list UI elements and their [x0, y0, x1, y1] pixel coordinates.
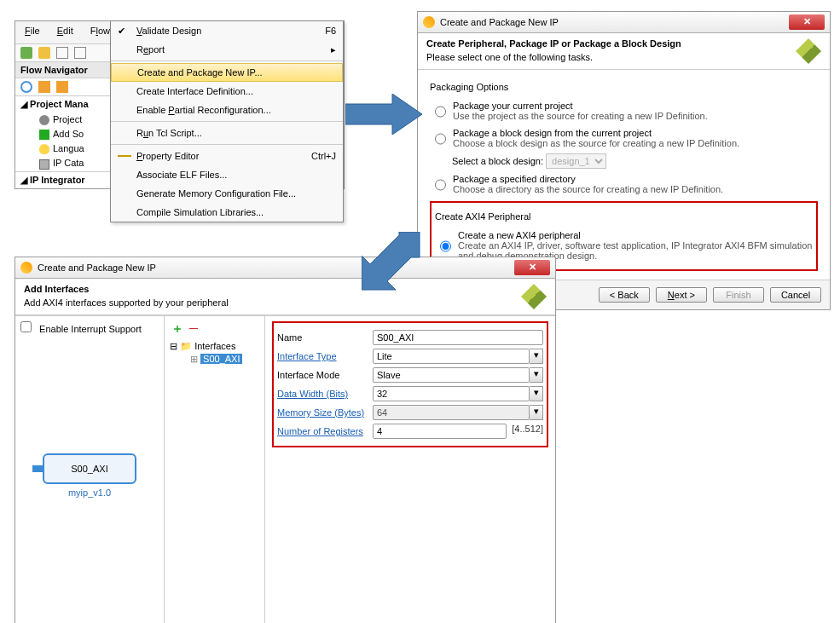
redo-icon[interactable]: [74, 47, 86, 59]
menu-gen-memcfg[interactable]: Generate Memory Configuration File...: [111, 184, 343, 203]
ip-block-diagram: S00_AXI myip_v1.0: [43, 453, 136, 498]
radio-package-dir[interactable]: [435, 176, 446, 194]
opt-package-dir[interactable]: Package a specified directoryChoose a di…: [430, 170, 818, 198]
opt-package-block[interactable]: Package a block design from the current …: [430, 124, 818, 152]
chip-icon: [39, 159, 49, 170]
wizard-heading: Add Interfaces: [24, 284, 521, 294]
axi-port-icon: [32, 465, 44, 472]
wizard-header: Create Peripheral, Package IP or Package…: [418, 33, 830, 70]
row-name: Name: [277, 330, 543, 345]
close-button[interactable]: ✕: [514, 260, 550, 275]
enable-interrupt-row[interactable]: Enable Interrupt Support: [20, 321, 159, 334]
finish-button: Finish: [713, 287, 764, 303]
svg-marker-0: [345, 94, 422, 135]
data-width-select[interactable]: [373, 386, 530, 401]
separator: [111, 61, 343, 61]
ip-block[interactable]: S00_AXI: [43, 453, 136, 484]
ip-block-caption: myip_v1.0: [43, 487, 136, 498]
open-icon[interactable]: [38, 47, 50, 59]
interface-type-select[interactable]: [373, 349, 530, 364]
row-num-registers: Number of Registers [4..512]: [277, 424, 543, 439]
tree-interface-s00[interactable]: ⊞ S00_AXI: [170, 353, 259, 366]
collapse-icon[interactable]: [56, 81, 68, 93]
check-icon: ✔: [118, 26, 131, 37]
xilinx-logo-icon: [521, 284, 547, 309]
memory-size-link[interactable]: Memory Size (Bytes): [277, 407, 373, 418]
num-registers-input[interactable]: [373, 424, 507, 439]
block-design-select: design_1: [546, 153, 606, 169]
interface-type-link[interactable]: Interface Type: [277, 351, 373, 361]
packaging-options-label: Packaging Options: [430, 82, 818, 92]
next-button[interactable]: Next >: [656, 287, 707, 303]
menu-partial-reconfig[interactable]: Enable Partial Reconfiguration...: [111, 101, 343, 119]
titlebar: Create and Package New IP ✕: [15, 257, 555, 279]
run-icon[interactable]: [20, 47, 32, 59]
menu-run-tcl[interactable]: Run Tcl Script...: [111, 124, 343, 142]
pencil-icon: [118, 155, 131, 157]
radio-package-current[interactable]: [435, 102, 446, 121]
window-title: Create and Package New IP: [38, 262, 156, 273]
row-memory-size: Memory Size (Bytes) ▾: [277, 405, 543, 420]
remove-interface-button[interactable]: ─: [189, 321, 198, 335]
wizard-subheading: Add AXI4 interfaces supported by your pe…: [24, 297, 521, 308]
interfaces-panel: ＋ ─ ⊟ 📁 Interfaces ⊞ S00_AXI: [165, 316, 265, 623]
name-input[interactable]: [373, 330, 543, 345]
undo-icon[interactable]: [56, 47, 68, 59]
select-block-row: Select a block design: design_1: [452, 152, 818, 170]
interfaces-toolbar: ＋ ─: [168, 320, 261, 337]
tree-root[interactable]: ⊟ 📁 Interfaces: [170, 340, 259, 353]
wizard-heading: Create Peripheral, Package IP or Package…: [426, 38, 796, 49]
interface-mode-select[interactable]: [373, 367, 530, 383]
chevron-down-icon[interactable]: ▾: [530, 386, 543, 401]
menu-validate-design[interactable]: ✔Validate DesignF6: [111, 21, 343, 40]
menu-compile-simlib[interactable]: Compile Simulation Libraries...: [111, 203, 343, 222]
gear-icon: [39, 115, 49, 125]
menu-associate-elf[interactable]: Associate ELF Files...: [111, 165, 343, 184]
arrow-down-left-icon: [362, 232, 421, 291]
memory-size-select: [373, 405, 530, 420]
opt-package-current[interactable]: Package your current projectUse the proj…: [430, 97, 818, 124]
search-icon[interactable]: [20, 81, 32, 93]
row-data-width: Data Width (Bits) ▾: [277, 386, 543, 401]
properties-highlight: Name Interface Type ▾ Interface Mode ▾ D…: [272, 321, 548, 447]
wizard-body: Enable Interrupt Support S00_AXI myip_v1…: [15, 315, 555, 623]
row-interface-mode: Interface Mode ▾: [277, 367, 543, 383]
arrow-right-icon: [345, 94, 422, 135]
svg-marker-1: [362, 232, 420, 290]
properties-panel: Name Interface Type ▾ Interface Mode ▾ D…: [265, 316, 555, 623]
chevron-down-icon: ▾: [530, 405, 543, 420]
menu-file[interactable]: File: [20, 24, 44, 41]
interfaces-tree: ⊟ 📁 Interfaces ⊞ S00_AXI: [168, 337, 261, 369]
separator: [111, 144, 343, 145]
window-title: Create and Package New IP: [440, 17, 559, 27]
app-icon: [423, 16, 435, 28]
data-width-link[interactable]: Data Width (Bits): [277, 389, 373, 399]
xilinx-logo-icon: [796, 38, 821, 64]
add-interface-button[interactable]: ＋: [171, 321, 183, 335]
menu-create-interface-def[interactable]: Create Interface Definition...: [111, 82, 343, 101]
wizard-header: Add Interfaces Add AXI4 interfaces suppo…: [15, 279, 555, 315]
plus-icon: [39, 130, 49, 140]
close-button[interactable]: ✕: [789, 14, 825, 30]
left-panel: Enable Interrupt Support S00_AXI myip_v1…: [15, 316, 165, 623]
titlebar: Create and Package New IP ✕: [418, 12, 830, 33]
expand-icon[interactable]: [38, 81, 50, 93]
cancel-button[interactable]: Cancel: [770, 287, 821, 303]
axi-group-label: Create AXI4 Peripheral: [435, 211, 813, 222]
row-interface-type: Interface Type ▾: [277, 349, 543, 364]
bulb-icon: [39, 144, 49, 154]
menu-report[interactable]: Report▸: [111, 40, 343, 59]
enable-interrupt-checkbox[interactable]: [20, 321, 32, 332]
chevron-down-icon[interactable]: ▾: [530, 349, 543, 364]
chevron-down-icon[interactable]: ▾: [530, 367, 543, 383]
num-registers-link[interactable]: Number of Registers: [277, 426, 373, 436]
wizard-body: Packaging Options Package your current p…: [418, 70, 830, 280]
menu-edit[interactable]: Edit: [53, 24, 78, 41]
back-button[interactable]: < Back: [599, 287, 650, 303]
menu-create-package-ip[interactable]: Create and Package New IP...: [111, 63, 343, 82]
wizard-subheading: Please select one of the following tasks…: [426, 52, 796, 62]
app-icon: [20, 262, 32, 274]
menu-property-editor[interactable]: Property EditorCtrl+J: [111, 147, 343, 165]
separator: [111, 121, 343, 122]
radio-package-block[interactable]: [435, 130, 446, 148]
